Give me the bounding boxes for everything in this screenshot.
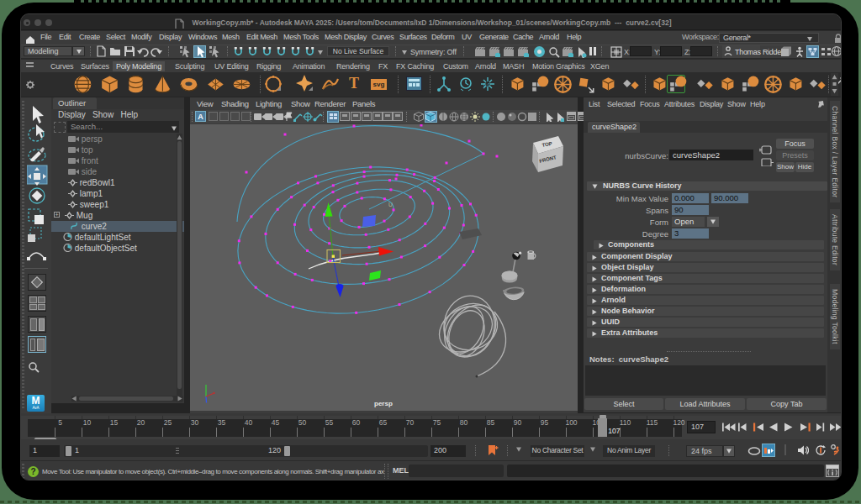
svg-text:persp: persp: [374, 400, 393, 407]
svg-text:0,0: 0,0: [483, 82, 491, 87]
svg-text:U: U: [388, 202, 393, 207]
